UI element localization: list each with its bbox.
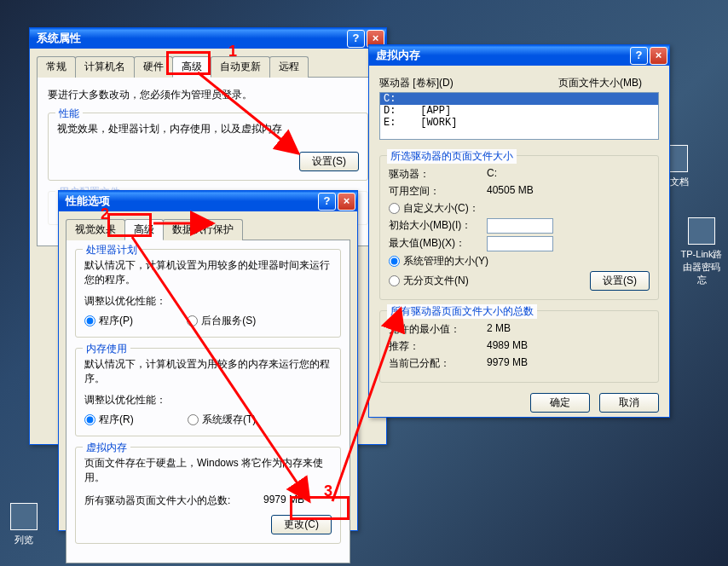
- radio-background[interactable]: 后台服务(S): [187, 315, 256, 326]
- group-title: 内存使用: [83, 342, 130, 356]
- radio-system-managed[interactable]: 系统管理的大小(Y): [389, 254, 650, 269]
- virtual-memory-window: 虚拟内存 ? × 驱动器 [卷标](D) 页面文件大小(MB) C: D: [A…: [368, 44, 670, 418]
- window-title: 性能选项: [66, 193, 316, 209]
- group-desc: 默认情况下，计算机设置为用较多的内存来运行您的程序。: [84, 357, 332, 386]
- settings-button[interactable]: 设置(S): [299, 152, 359, 171]
- adjust-label: 调整以优化性能：: [84, 294, 332, 309]
- selected-drive-group: 所选驱动器的页面文件大小 驱动器： C: 可用空间： 40505 MB 自定义大…: [379, 155, 659, 300]
- app-icon: [10, 503, 38, 530]
- titlebar[interactable]: 虚拟内存 ? ×: [369, 45, 669, 66]
- min-label: 允许的最小值：: [389, 322, 487, 337]
- cur-value: 9979 MB: [487, 356, 528, 371]
- desktop-icon-label: 列览: [14, 534, 33, 545]
- totals-group: 所有驱动器页面文件大小的总数 允许的最小值： 2 MB 推荐： 4989 MB …: [379, 310, 659, 383]
- list-item[interactable]: E: [WORK]: [380, 117, 658, 129]
- tab-visual-effects[interactable]: 视觉效果: [66, 219, 125, 240]
- window-title: 虚拟内存: [376, 48, 628, 63]
- max-label: 最大值(MB)(X)：: [389, 236, 487, 251]
- window-title: 系统属性: [37, 31, 345, 46]
- cancel-button[interactable]: 取消: [599, 393, 659, 413]
- tab-dep[interactable]: 数据执行保护: [163, 219, 243, 240]
- tab-bar: 常规 计算机名 硬件 高级 自动更新 远程: [37, 55, 379, 78]
- radio-custom[interactable]: 自定义大小(C)：: [389, 201, 650, 216]
- list-item[interactable]: C:: [380, 93, 658, 105]
- rec-value: 4989 MB: [487, 339, 528, 354]
- tab-advanced[interactable]: 高级: [124, 219, 164, 240]
- list-header-size: 页面文件大小(MB): [558, 76, 659, 90]
- group-title: 虚拟内存: [83, 441, 130, 455]
- performance-group: 性能 视觉效果，处理器计划，内存使用，以及虚拟内存 设置(S): [48, 113, 368, 181]
- desktop-icon-label: TP-Link路由器密码忘: [681, 249, 723, 285]
- shortcut-icon: [688, 217, 715, 245]
- group-title: 所有驱动器页面文件大小的总数: [387, 304, 537, 319]
- close-button[interactable]: ×: [338, 193, 355, 211]
- memory-group: 内存使用 默认情况下，计算机设置为用较多的内存来运行您的程序。 调整以优化性能：…: [75, 348, 341, 436]
- list-item[interactable]: D: [APP]: [380, 105, 658, 117]
- radio-no-paging[interactable]: 无分页文件(N): [389, 274, 590, 288]
- desktop-icon[interactable]: 列览: [3, 503, 45, 546]
- titlebar[interactable]: 系统属性 ? ×: [30, 28, 386, 49]
- rec-label: 推荐：: [389, 339, 487, 354]
- drive-listbox[interactable]: C: D: [APP] E: [WORK]: [379, 92, 659, 140]
- radio-syscache[interactable]: 系统缓存(T): [188, 413, 256, 425]
- cur-label: 当前已分配：: [389, 356, 487, 371]
- tab-bar: 视觉效果 高级 数据执行保护: [66, 218, 350, 240]
- virtual-memory-group: 虚拟内存 页面文件存在于硬盘上，Windows 将它作为内存来使用。 所有驱动器…: [75, 447, 341, 544]
- desktop-icon[interactable]: TP-Link路由器密码忘: [680, 217, 723, 286]
- change-button[interactable]: 更改(C): [271, 515, 332, 534]
- tab-remote[interactable]: 远程: [269, 56, 309, 78]
- drive-label: 驱动器：: [389, 167, 487, 182]
- group-desc: 页面文件存在于硬盘上，Windows 将它作为内存来使用。: [84, 456, 332, 485]
- tab-auto-update[interactable]: 自动更新: [211, 56, 270, 78]
- adjust-label: 调整以优化性能：: [84, 393, 332, 407]
- radio-programs[interactable]: 程序(P): [84, 315, 133, 326]
- titlebar[interactable]: 性能选项 ? ×: [59, 191, 357, 211]
- group-desc: 默认情况下，计算机设置为用较多的处理器时间来运行您的程序。: [84, 258, 332, 287]
- list-header-drive: 驱动器 [卷标](D): [379, 76, 558, 90]
- help-button[interactable]: ?: [347, 30, 365, 48]
- group-title: 性能: [55, 107, 83, 121]
- ok-button[interactable]: 确定: [530, 393, 590, 413]
- drive-value: C:: [487, 167, 497, 182]
- total-value: 9979 MB: [263, 494, 332, 508]
- dialog-body: 驱动器 [卷标](D) 页面文件大小(MB) C: D: [APP] E: [W…: [369, 66, 669, 423]
- max-size-input[interactable]: [487, 236, 553, 251]
- tab-computer-name[interactable]: 计算机名: [75, 56, 135, 78]
- intro-text: 要进行大多数改动，您必须作为管理员登录。: [48, 88, 368, 102]
- space-value: 40505 MB: [487, 184, 534, 199]
- group-title: 处理器计划: [83, 243, 141, 257]
- min-value: 2 MB: [487, 322, 511, 337]
- init-size-input[interactable]: [487, 218, 553, 234]
- group-title: 所选驱动器的页面文件大小: [387, 149, 517, 164]
- tab-general[interactable]: 常规: [37, 56, 76, 78]
- tab-advanced[interactable]: 高级: [172, 56, 211, 78]
- tab-content: 处理器计划 默认情况下，计算机设置为用较多的处理器时间来运行您的程序。 调整以优…: [66, 240, 350, 563]
- help-button[interactable]: ?: [318, 193, 336, 211]
- help-button[interactable]: ?: [630, 47, 648, 65]
- performance-options-window: 性能选项 ? × 视觉效果 高级 数据执行保护 处理器计划 默认情况下，计算机设…: [58, 190, 358, 531]
- space-label: 可用空间：: [389, 184, 487, 199]
- radio-programs[interactable]: 程序(R): [84, 413, 134, 425]
- group-desc: 视觉效果，处理器计划，内存使用，以及虚拟内存: [57, 122, 359, 136]
- total-label: 所有驱动器页面文件大小的总数:: [84, 494, 263, 508]
- init-label: 初始大小(MB)(I)：: [389, 218, 487, 234]
- close-button[interactable]: ×: [650, 47, 667, 65]
- set-button[interactable]: 设置(S): [590, 271, 650, 291]
- tab-hardware[interactable]: 硬件: [134, 56, 173, 78]
- cpu-group: 处理器计划 默认情况下，计算机设置为用较多的处理器时间来运行您的程序。 调整以优…: [75, 249, 341, 338]
